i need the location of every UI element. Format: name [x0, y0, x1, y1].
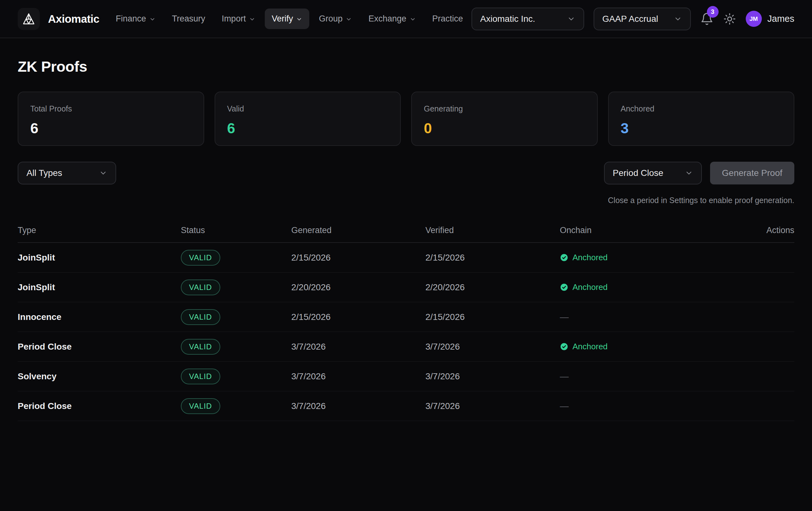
onchain-status-cell: Anchored: [560, 342, 731, 351]
chevron-down-icon: [249, 16, 255, 22]
filter-toolbar: All Types Period Close Generate Proof: [18, 162, 794, 184]
table-row: Solvency VALID 3/7/2026 3/7/2026 —: [18, 361, 794, 391]
company-selector-value: Axiomatic Inc.: [480, 14, 535, 24]
notification-count-badge: 3: [707, 6, 719, 18]
table-row: Innocence VALID 2/15/2026 2/15/2026 —: [18, 302, 794, 332]
onchain-label: Anchored: [573, 283, 608, 292]
proof-type-cell: Innocence: [18, 312, 181, 322]
generated-date-cell: 2/15/2026: [291, 253, 426, 263]
topbar-controls: Axiomatic Inc. GAAP Accrual 3 JM James: [471, 7, 794, 30]
nav-item-verify[interactable]: Verify: [265, 8, 310, 29]
verified-date-cell: 2/15/2026: [426, 253, 560, 263]
generated-date-cell: 2/20/2026: [291, 283, 426, 292]
user-menu[interactable]: JM James: [746, 11, 794, 27]
chevron-down-icon: [296, 16, 302, 22]
stat-value: 6: [30, 120, 192, 137]
nav-item-label: Treasury: [172, 14, 205, 24]
table-row: Period Close VALID 3/7/2026 3/7/2026 —: [18, 391, 794, 421]
table-row: Period Close VALID 3/7/2026 3/7/2026 Anc…: [18, 332, 794, 361]
proof-type-cell: JoinSplit: [18, 253, 181, 263]
proof-type-cell: Solvency: [18, 371, 181, 381]
chevron-down-icon: [674, 15, 682, 23]
nav-item-label: Verify: [272, 14, 293, 24]
verified-date-cell: 3/7/2026: [426, 401, 560, 411]
column-header-generated: Generated: [291, 225, 426, 235]
chevron-down-icon: [346, 16, 352, 22]
nav-item-finance[interactable]: Finance: [109, 8, 163, 29]
proof-type-cell: Period Close: [18, 401, 181, 411]
proof-type-filter-value: All Types: [27, 168, 62, 178]
status-badge: VALID: [181, 279, 220, 295]
avatar: JM: [746, 11, 762, 27]
table-body: JoinSplit VALID 2/15/2026 2/15/2026 Anch…: [18, 243, 794, 421]
sun-icon: [723, 12, 736, 26]
stats-cards: Total Proofs 6 Valid 6 Generating 0 Anch…: [18, 91, 794, 146]
generate-proof-type-value: Period Close: [613, 168, 663, 178]
stat-card-anchored: Anchored 3: [608, 91, 795, 146]
generate-proof-button[interactable]: Generate Proof: [710, 162, 794, 184]
nav-item-treasury[interactable]: Treasury: [165, 8, 212, 29]
nav-item-label: Exchange: [368, 14, 406, 24]
nav-item-import[interactable]: Import: [214, 8, 262, 29]
stat-label: Generating: [424, 104, 585, 113]
nav-item-practice[interactable]: Practice: [426, 8, 470, 29]
generate-proof-type-selector[interactable]: Period Close: [604, 162, 702, 184]
column-header-actions: Actions: [731, 225, 794, 235]
chevron-down-icon: [99, 169, 107, 177]
table-row: JoinSplit VALID 2/15/2026 2/15/2026 Anch…: [18, 243, 794, 273]
chevron-down-icon: [410, 16, 416, 22]
user-name: James: [767, 14, 794, 24]
chevron-down-icon: [685, 169, 693, 177]
verified-date-cell: 2/20/2026: [426, 283, 560, 292]
notifications-button[interactable]: 3: [700, 12, 714, 26]
stat-label: Valid: [227, 104, 388, 113]
stat-value: 0: [424, 120, 585, 137]
table-row: JoinSplit VALID 2/20/2026 2/20/2026 Anch…: [18, 273, 794, 302]
brand-name: Axiomatic: [48, 12, 99, 25]
company-selector[interactable]: Axiomatic Inc.: [471, 7, 584, 30]
proofs-table: Type Status Generated Verified Onchain A…: [18, 218, 794, 421]
primary-nav: Finance Treasury Import Verify Group Exc…: [109, 8, 470, 29]
theme-toggle-button[interactable]: [723, 12, 736, 26]
generated-date-cell: 3/7/2026: [291, 371, 426, 381]
nav-item-label: Group: [319, 14, 342, 24]
nav-item-exchange[interactable]: Exchange: [361, 8, 423, 29]
top-navigation-bar: Axiomatic Finance Treasury Import Verify…: [0, 0, 812, 38]
stat-card-valid: Valid 6: [214, 91, 401, 146]
nav-item-label: Import: [222, 14, 246, 24]
stat-card-total-proofs: Total Proofs 6: [18, 91, 204, 146]
axiomatic-logo-icon: [18, 8, 40, 30]
brand[interactable]: Axiomatic: [18, 8, 99, 30]
generate-controls: Period Close Generate Proof: [604, 162, 794, 184]
main-content: ZK Proofs Total Proofs 6 Valid 6 Generat…: [0, 58, 812, 421]
ledger-selector-value: GAAP Accrual: [603, 14, 658, 24]
nav-item-label: Finance: [116, 14, 146, 24]
stat-label: Anchored: [621, 104, 782, 113]
proof-type-cell: Period Close: [18, 342, 181, 352]
table-header-row: Type Status Generated Verified Onchain A…: [18, 218, 794, 243]
column-header-onchain: Onchain: [560, 225, 731, 235]
stat-card-generating: Generating 0: [411, 91, 598, 146]
generated-date-cell: 3/7/2026: [291, 342, 426, 352]
chevron-down-icon: [567, 15, 575, 23]
page-title: ZK Proofs: [18, 58, 794, 75]
onchain-label: Anchored: [573, 253, 608, 263]
status-badge: VALID: [181, 309, 220, 325]
anchored-check-icon: [560, 342, 569, 351]
onchain-status-cell: Anchored: [560, 283, 731, 292]
verified-date-cell: 3/7/2026: [426, 371, 560, 381]
verified-date-cell: 3/7/2026: [426, 342, 560, 352]
status-badge: VALID: [181, 250, 220, 266]
ledger-selector[interactable]: GAAP Accrual: [593, 7, 691, 30]
proof-type-filter[interactable]: All Types: [18, 162, 116, 184]
verified-date-cell: 2/15/2026: [426, 312, 560, 322]
anchored-check-icon: [560, 283, 569, 292]
nav-item-label: Practice: [432, 14, 463, 24]
generated-date-cell: 2/15/2026: [291, 312, 426, 322]
stat-value: 6: [227, 120, 388, 137]
column-header-type: Type: [18, 225, 181, 235]
nav-item-group[interactable]: Group: [312, 8, 359, 29]
status-badge: VALID: [181, 339, 220, 355]
generated-date-cell: 3/7/2026: [291, 401, 426, 411]
anchored-check-icon: [560, 253, 569, 262]
